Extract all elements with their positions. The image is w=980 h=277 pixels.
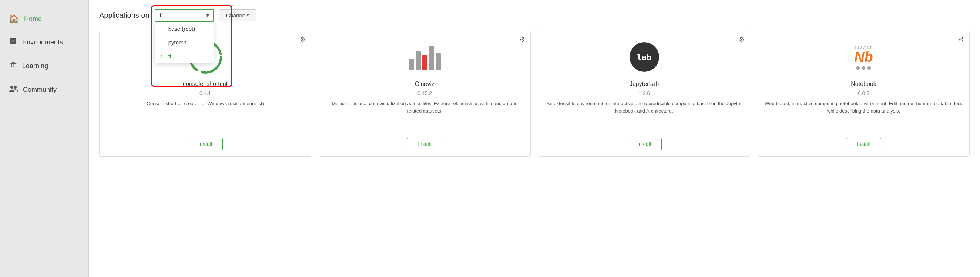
- sidebar-item-home[interactable]: 🏠 Home: [0, 7, 89, 30]
- svg-point-4: [10, 86, 13, 89]
- install-button[interactable]: Install: [407, 138, 442, 150]
- gear-icon[interactable]: ⚙: [958, 35, 964, 44]
- home-icon: 🏠: [9, 14, 19, 24]
- svg-rect-1: [13, 38, 16, 41]
- environments-icon: [9, 37, 17, 48]
- sidebar-item-community[interactable]: Community: [0, 78, 89, 102]
- app-icon-jupyterlab: lab: [626, 38, 663, 76]
- install-button[interactable]: Install: [188, 138, 223, 150]
- jupyter-notebook-logo: jupyter Nb: [854, 45, 873, 70]
- app-description: Web-based, interactive computing noteboo…: [764, 100, 963, 132]
- sidebar-item-learning[interactable]: Learning: [0, 54, 89, 78]
- dropdown-menu: base (root) pytorch ✓ tf: [155, 22, 214, 63]
- app-description: An extensible environment for interactiv…: [544, 100, 744, 132]
- sidebar: 🏠 Home Environments Learning: [0, 0, 89, 277]
- dropdown-option-pytorch[interactable]: pytorch: [155, 35, 213, 49]
- app-name: Glueviz: [415, 81, 434, 88]
- environment-dropdown-wrapper: base (root) pytorch tf ▼ base (root) pyt…: [155, 9, 214, 22]
- sidebar-item-label: Learning: [22, 62, 48, 70]
- jupyterlab-logo: lab: [630, 42, 659, 72]
- jupyter-label: jupyter: [855, 45, 872, 49]
- svg-rect-3: [13, 41, 16, 45]
- apps-grid: ⚙ console_shortcut 0.1.1 Console shortcu…: [99, 31, 970, 157]
- gear-icon[interactable]: ⚙: [519, 35, 525, 44]
- install-button[interactable]: Install: [846, 138, 881, 150]
- page-title: Applications on: [99, 11, 150, 20]
- app-icon-notebook: jupyter Nb: [845, 38, 882, 76]
- jupyter-nb-icon: Nb: [854, 50, 873, 64]
- channels-button[interactable]: Channels: [219, 9, 256, 21]
- app-icon-glueviz: [406, 38, 443, 76]
- sidebar-item-label: Home: [24, 15, 42, 23]
- option-label: tf: [169, 53, 171, 59]
- main-content: Applications on base (root) pytorch tf ▼…: [89, 0, 980, 277]
- app-description: Multidimensional data visualization acro…: [325, 100, 524, 132]
- app-description: Console shortcut creator for Windows (us…: [146, 100, 264, 132]
- app-card-glueviz: ⚙ Glueviz 0.15.2 Multidimensional data v…: [319, 31, 531, 157]
- app-version: 0.15.2: [417, 90, 432, 96]
- install-button[interactable]: Install: [627, 138, 662, 150]
- app-name: console_shortcut: [183, 81, 228, 88]
- check-icon: ✓: [159, 53, 164, 60]
- option-label: pytorch: [169, 39, 186, 46]
- sidebar-item-label: Environments: [22, 38, 63, 46]
- app-name: JupyterLab: [630, 81, 659, 88]
- svg-rect-0: [10, 38, 13, 41]
- dropdown-option-base[interactable]: base (root): [155, 22, 213, 35]
- app-card-jupyterlab: ⚙ lab JupyterLab 1.2.6 An extensible env…: [538, 31, 750, 157]
- environment-select[interactable]: base (root) pytorch tf: [155, 9, 214, 22]
- app-card-notebook: ⚙ jupyter Nb Notebook 6.0.3 Web-based, i…: [757, 31, 970, 157]
- dropdown-option-tf[interactable]: ✓ tf: [155, 49, 213, 63]
- app-name: Notebook: [851, 81, 877, 88]
- jupyter-dots: [856, 66, 871, 70]
- sidebar-item-environments[interactable]: Environments: [0, 30, 89, 54]
- option-label: base (root): [169, 25, 196, 32]
- header-row: Applications on base (root) pytorch tf ▼…: [99, 9, 970, 22]
- svg-rect-2: [10, 41, 13, 45]
- community-icon: [9, 84, 18, 95]
- gear-icon[interactable]: ⚙: [300, 35, 306, 44]
- learning-icon: [9, 61, 17, 71]
- sidebar-item-label: Community: [23, 86, 57, 94]
- app-version: 1.2.6: [638, 90, 650, 96]
- app-version: 0.1.1: [199, 90, 211, 96]
- svg-point-5: [14, 86, 17, 89]
- glueviz-bars: [409, 44, 441, 70]
- gear-icon[interactable]: ⚙: [739, 35, 745, 44]
- app-version: 6.0.3: [858, 90, 869, 96]
